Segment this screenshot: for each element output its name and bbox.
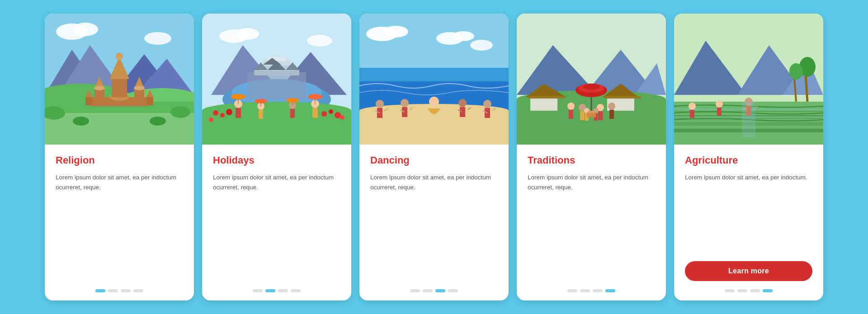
dot-2[interactable] xyxy=(108,289,118,292)
svg-point-148 xyxy=(789,63,803,80)
svg-point-52 xyxy=(220,113,225,117)
svg-point-3 xyxy=(144,32,171,45)
card-agriculture: Agriculture Lorem ipsum dolor sit amet, … xyxy=(674,14,823,300)
svg-point-119 xyxy=(583,84,599,90)
dot-2[interactable] xyxy=(423,289,433,292)
svg-rect-157 xyxy=(742,102,755,138)
dot-4[interactable] xyxy=(291,289,301,292)
svg-point-18 xyxy=(116,53,123,60)
card-religion-text: Lorem ipsum dolor sit amet, ea per indoc… xyxy=(56,173,183,281)
card-religion-title: Religion xyxy=(56,155,95,166)
card-holidays-image xyxy=(202,14,351,145)
svg-point-100 xyxy=(483,100,491,108)
card-traditions-content: Traditions Lorem ipsum dolor sit amet, e… xyxy=(517,145,666,300)
svg-point-81 xyxy=(453,31,474,41)
svg-point-62 xyxy=(231,94,245,99)
svg-rect-77 xyxy=(359,68,509,81)
card-dancing: Dancing Lorem ipsum dolor sit amet, ea p… xyxy=(359,14,509,300)
svg-point-13 xyxy=(170,106,190,118)
svg-point-25 xyxy=(134,86,145,90)
card-agriculture-dots xyxy=(685,289,812,292)
card-holidays: Holidays Lorem ipsum dolor sit amet, ea … xyxy=(202,14,351,300)
dot-3[interactable] xyxy=(435,289,445,292)
card-dancing-title: Dancing xyxy=(370,155,410,166)
svg-rect-125 xyxy=(598,111,603,120)
card-religion: Religion Lorem ipsum dolor sit amet, ea … xyxy=(45,14,194,300)
svg-rect-123 xyxy=(580,111,585,120)
dot-4[interactable] xyxy=(763,289,773,292)
svg-point-89 xyxy=(401,99,409,107)
svg-rect-115 xyxy=(605,96,641,98)
card-dancing-dots xyxy=(370,289,498,292)
svg-point-56 xyxy=(335,112,341,118)
svg-point-120 xyxy=(567,103,575,110)
svg-rect-72 xyxy=(312,108,318,118)
svg-point-57 xyxy=(209,117,213,122)
svg-point-82 xyxy=(470,40,493,51)
svg-rect-11 xyxy=(45,113,194,145)
dot-2[interactable] xyxy=(265,289,275,292)
dot-4[interactable] xyxy=(448,289,458,292)
svg-point-53 xyxy=(226,109,232,115)
cards-container: Religion Lorem ipsum dolor sit amet, ea … xyxy=(0,0,868,314)
dot-1[interactable] xyxy=(567,289,577,292)
dot-1[interactable] xyxy=(95,289,105,292)
svg-point-34 xyxy=(236,28,259,40)
svg-point-35 xyxy=(307,35,332,47)
card-holidays-content: Holidays Lorem ipsum dolor sit amet, ea … xyxy=(202,145,351,300)
svg-rect-121 xyxy=(569,110,573,119)
dot-3[interactable] xyxy=(593,289,603,292)
svg-rect-26 xyxy=(85,97,92,105)
card-dancing-image xyxy=(359,14,509,145)
svg-rect-40 xyxy=(247,72,306,99)
card-holidays-dots xyxy=(213,289,340,292)
card-traditions-dots xyxy=(528,289,655,292)
dot-4[interactable] xyxy=(605,289,615,292)
svg-rect-19 xyxy=(118,60,121,66)
dot-4[interactable] xyxy=(133,289,143,292)
svg-point-126 xyxy=(608,103,615,110)
dot-2[interactable] xyxy=(737,289,747,292)
svg-point-58 xyxy=(340,115,344,120)
card-holidays-text: Lorem ipsum dolor sit amet, ea per indoc… xyxy=(213,173,340,281)
svg-point-96 xyxy=(458,99,467,107)
card-traditions-text: Lorem ipsum dolor sit amet, ea per indoc… xyxy=(528,173,655,281)
dot-3[interactable] xyxy=(278,289,288,292)
svg-point-2 xyxy=(73,23,98,36)
card-dancing-content: Dancing Lorem ipsum dolor sit amet, ea p… xyxy=(359,145,509,300)
dot-2[interactable] xyxy=(580,289,590,292)
dot-1[interactable] xyxy=(725,289,735,292)
svg-rect-64 xyxy=(259,110,263,119)
card-dancing-text: Lorem ipsum dolor sit amet, ea per indoc… xyxy=(370,173,498,281)
svg-point-55 xyxy=(329,109,333,114)
svg-point-66 xyxy=(255,99,267,103)
card-traditions: Traditions Lorem ipsum dolor sit amet, e… xyxy=(517,14,666,300)
svg-point-31 xyxy=(150,117,166,126)
svg-rect-110 xyxy=(530,97,557,111)
learn-more-button[interactable]: Learn more xyxy=(685,261,812,281)
svg-rect-127 xyxy=(609,110,614,119)
svg-rect-133 xyxy=(588,111,594,113)
svg-rect-68 xyxy=(290,109,295,118)
svg-point-74 xyxy=(308,94,322,99)
dot-3[interactable] xyxy=(121,289,131,292)
dot-1[interactable] xyxy=(410,289,420,292)
svg-point-51 xyxy=(213,110,218,116)
card-agriculture-text: Lorem ipsum dolor sit amet, ea per indoc… xyxy=(685,173,807,257)
card-religion-image xyxy=(45,14,194,145)
dot-1[interactable] xyxy=(253,289,263,292)
svg-point-79 xyxy=(383,26,408,37)
card-agriculture-title: Agriculture xyxy=(685,155,738,166)
svg-point-93 xyxy=(429,97,439,107)
card-religion-dots xyxy=(56,289,183,292)
svg-rect-156 xyxy=(690,110,694,118)
svg-point-70 xyxy=(286,98,299,103)
card-agriculture-image xyxy=(674,14,823,145)
svg-point-149 xyxy=(716,100,723,108)
dot-3[interactable] xyxy=(750,289,760,292)
svg-rect-150 xyxy=(717,108,722,116)
card-holidays-title: Holidays xyxy=(213,155,255,166)
svg-point-85 xyxy=(376,100,384,108)
svg-rect-60 xyxy=(236,108,241,118)
svg-rect-28 xyxy=(146,97,153,105)
